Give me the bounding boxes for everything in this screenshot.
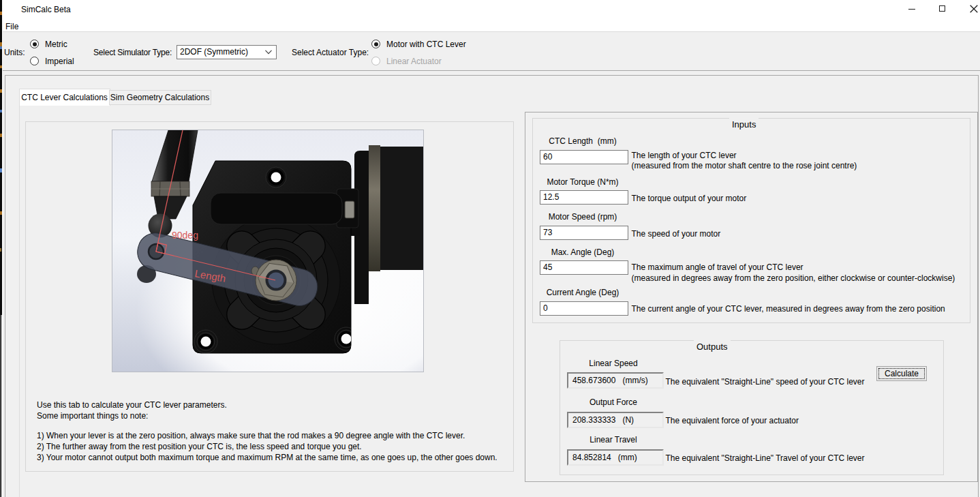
- svg-text:90deg: 90deg: [172, 230, 198, 241]
